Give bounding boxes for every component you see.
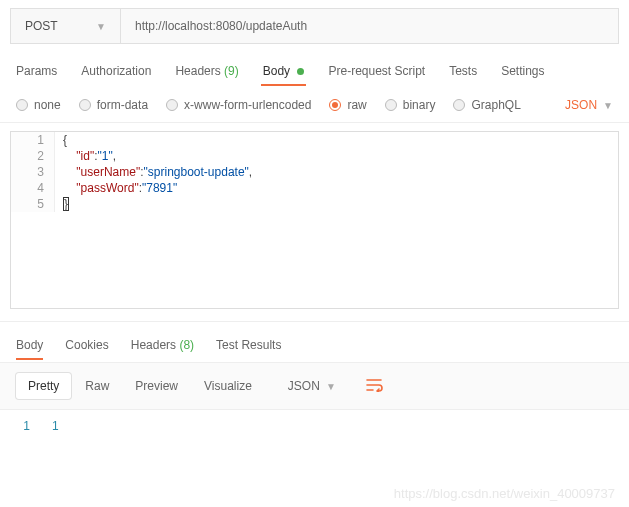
tab-body-label: Body xyxy=(263,64,290,78)
method-label: POST xyxy=(25,19,58,33)
tab-settings[interactable]: Settings xyxy=(501,58,544,86)
response-tabs: Body Cookies Headers (8) Test Results xyxy=(0,322,629,360)
radio-icon xyxy=(79,99,91,111)
cursor-icon: } xyxy=(63,197,69,211)
request-body-editor[interactable]: 1{ 2 "id":"1", 3 "userName":"springboot-… xyxy=(10,131,619,309)
radio-icon xyxy=(16,99,28,111)
tab-headers-label: Headers xyxy=(175,64,220,78)
tab-prerequest[interactable]: Pre-request Script xyxy=(328,58,425,86)
radio-graphql[interactable]: GraphQL xyxy=(453,98,520,112)
response-body[interactable]: 1 1 xyxy=(0,410,629,442)
resp-tab-test[interactable]: Test Results xyxy=(216,334,281,360)
radio-xwww[interactable]: x-www-form-urlencoded xyxy=(166,98,311,112)
line-number: 4 xyxy=(11,180,55,196)
line-number: 1 xyxy=(11,132,55,148)
headers-count: (9) xyxy=(224,64,239,78)
tab-headers[interactable]: Headers (9) xyxy=(175,58,238,86)
resp-tab-body[interactable]: Body xyxy=(16,334,43,360)
raw-format-select[interactable]: JSON ▼ xyxy=(565,98,613,112)
resp-tab-cookies[interactable]: Cookies xyxy=(65,334,108,360)
url-input[interactable] xyxy=(121,9,618,43)
line-number: 3 xyxy=(11,164,55,180)
resp-tab-headers[interactable]: Headers (8) xyxy=(131,334,194,360)
radio-icon xyxy=(453,99,465,111)
method-select[interactable]: POST ▼ xyxy=(11,9,121,43)
response-format-select[interactable]: JSON ▼ xyxy=(276,373,348,399)
view-preview[interactable]: Preview xyxy=(123,373,190,399)
view-pretty[interactable]: Pretty xyxy=(16,373,71,399)
resp-headers-count: (8) xyxy=(179,338,194,352)
chevron-down-icon: ▼ xyxy=(326,381,336,392)
wrap-lines-icon[interactable] xyxy=(366,378,384,395)
dot-indicator-icon xyxy=(297,68,304,75)
line-number: 1 xyxy=(0,418,44,434)
watermark: https://blog.csdn.net/weixin_40009737 xyxy=(394,486,615,501)
radio-raw[interactable]: raw xyxy=(329,98,366,112)
radio-icon xyxy=(385,99,397,111)
radio-icon xyxy=(166,99,178,111)
tab-params[interactable]: Params xyxy=(16,58,57,86)
radio-binary[interactable]: binary xyxy=(385,98,436,112)
line-number: 5 xyxy=(11,196,55,212)
radio-none[interactable]: none xyxy=(16,98,61,112)
body-type-row: none form-data x-www-form-urlencoded raw… xyxy=(0,86,629,123)
line-number: 2 xyxy=(11,148,55,164)
view-visualize[interactable]: Visualize xyxy=(192,373,264,399)
chevron-down-icon: ▼ xyxy=(603,100,613,111)
tab-authorization[interactable]: Authorization xyxy=(81,58,151,86)
view-raw[interactable]: Raw xyxy=(73,373,121,399)
request-tabs: Params Authorization Headers (9) Body Pr… xyxy=(0,44,629,86)
radio-icon xyxy=(329,99,341,111)
radio-formdata[interactable]: form-data xyxy=(79,98,148,112)
response-text: 1 xyxy=(44,418,67,434)
chevron-down-icon: ▼ xyxy=(96,21,106,32)
tab-tests[interactable]: Tests xyxy=(449,58,477,86)
response-toolbar: Pretty Raw Preview Visualize JSON ▼ xyxy=(0,362,629,410)
tab-body[interactable]: Body xyxy=(263,58,305,86)
